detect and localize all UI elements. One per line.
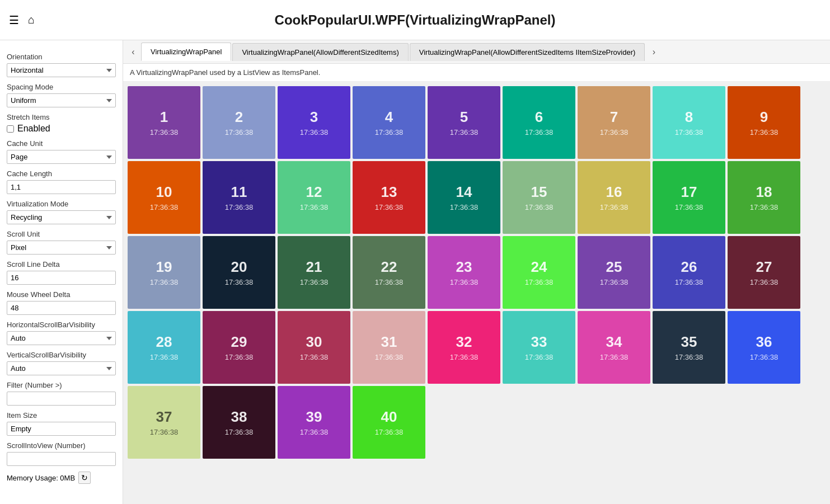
list-item[interactable]: 1517:36:38 <box>503 161 575 234</box>
tab-description: A VirtualizingWrapPanel used by a ListVi… <box>123 64 830 82</box>
list-item[interactable]: 917:36:38 <box>728 86 800 159</box>
list-item[interactable]: 2717:36:38 <box>728 236 800 309</box>
tab-next-arrow[interactable]: › <box>646 44 662 60</box>
list-item[interactable]: 717:36:38 <box>578 86 650 159</box>
item-time: 17:36:38 <box>750 203 779 211</box>
tab-prev-arrow[interactable]: ‹ <box>125 44 141 60</box>
list-item[interactable]: 3917:36:38 <box>278 386 350 459</box>
cache-unit-select[interactable]: Page Item <box>7 150 116 164</box>
app-title: CookPopularUI.WPF(VirtualizingWrapPanel) <box>275 12 556 28</box>
item-size-label: Item Size <box>7 411 116 420</box>
item-time: 17:36:38 <box>750 278 779 286</box>
list-item[interactable]: 1017:36:38 <box>128 161 200 234</box>
content-area: ‹ VirtualizingWrapPanel VirtualizingWrap… <box>123 40 830 504</box>
refresh-button[interactable]: ↻ <box>78 472 91 484</box>
list-item[interactable]: 2517:36:38 <box>578 236 650 309</box>
item-number: 23 <box>456 258 472 276</box>
scroll-unit-select[interactable]: Pixel Item <box>7 241 116 255</box>
list-item[interactable]: 817:36:38 <box>653 86 725 159</box>
list-item[interactable]: 3817:36:38 <box>203 386 275 459</box>
item-number: 38 <box>231 408 247 426</box>
list-item[interactable]: 217:36:38 <box>203 86 275 159</box>
item-number: 26 <box>681 258 697 276</box>
item-number: 1 <box>160 109 168 126</box>
stretch-row: Enabled <box>7 124 116 134</box>
orientation-select[interactable]: Horizontal Vertical <box>7 63 116 77</box>
list-item[interactable]: 617:36:38 <box>503 86 575 159</box>
list-item[interactable]: 1117:36:38 <box>203 161 275 234</box>
list-item[interactable]: 2417:36:38 <box>503 236 575 309</box>
list-item[interactable]: 1417:36:38 <box>428 161 500 234</box>
virtualization-mode-select[interactable]: Recycling Standard <box>7 210 116 224</box>
item-time: 17:36:38 <box>300 428 329 436</box>
h-scroll-select[interactable]: Auto Visible Hidden Disabled <box>7 331 116 345</box>
list-item[interactable]: 1317:36:38 <box>353 161 425 234</box>
scroll-into-view-input[interactable] <box>7 452 116 466</box>
list-item[interactable]: 2017:36:38 <box>203 236 275 309</box>
item-number: 19 <box>156 258 172 276</box>
list-item[interactable]: 1617:36:38 <box>578 161 650 234</box>
list-item[interactable]: 2817:36:38 <box>128 311 200 384</box>
item-time: 17:36:38 <box>375 203 404 211</box>
list-item[interactable]: 2317:36:38 <box>428 236 500 309</box>
spacing-mode-select[interactable]: Uniform BetweenItemsOnly StartAndEndOnly… <box>7 93 116 107</box>
filter-input[interactable] <box>7 392 116 406</box>
list-item[interactable]: 2217:36:38 <box>353 236 425 309</box>
item-number: 3 <box>310 109 318 126</box>
list-item[interactable]: 417:36:38 <box>353 86 425 159</box>
list-item[interactable]: 3717:36:38 <box>128 386 200 459</box>
list-item[interactable]: 3417:36:38 <box>578 311 650 384</box>
list-item[interactable]: 3017:36:38 <box>278 311 350 384</box>
item-number: 8 <box>685 109 693 126</box>
item-time: 17:36:38 <box>525 128 554 136</box>
hamburger-icon[interactable]: ☰ <box>9 13 19 27</box>
item-time: 17:36:38 <box>525 353 554 361</box>
grid-area[interactable]: 117:36:38217:36:38317:36:38417:36:38517:… <box>123 82 830 504</box>
memory-row: Memory Usage: 0MB ↻ <box>7 472 116 484</box>
tab-virtualizing-wrap-panel[interactable]: VirtualizingWrapPanel <box>141 43 231 61</box>
list-item[interactable]: 117:36:38 <box>128 86 200 159</box>
item-number: 36 <box>756 333 772 351</box>
h-scroll-label: HorizontalScrollBarVisibility <box>7 321 116 329</box>
cache-length-input[interactable] <box>7 180 116 194</box>
item-size-input[interactable] <box>7 422 116 436</box>
grid-container: 117:36:38217:36:38317:36:38417:36:38517:… <box>125 84 828 461</box>
list-item[interactable]: 2617:36:38 <box>653 236 725 309</box>
list-item[interactable]: 3217:36:38 <box>428 311 500 384</box>
item-number: 40 <box>381 408 397 426</box>
item-number: 20 <box>231 258 247 276</box>
list-item[interactable]: 3117:36:38 <box>353 311 425 384</box>
tab-allow-different-sized-provider[interactable]: VirtualizingWrapPanel(AllowDifferentSize… <box>410 43 645 61</box>
list-item[interactable]: 4017:36:38 <box>353 386 425 459</box>
list-item[interactable]: 1217:36:38 <box>278 161 350 234</box>
scroll-into-view-label: ScrollIntoView (Number) <box>7 441 116 450</box>
home-icon[interactable]: ⌂ <box>28 13 35 26</box>
item-time: 17:36:38 <box>600 278 629 286</box>
scroll-line-delta-label: Scroll Line Delta <box>7 260 116 269</box>
list-item[interactable]: 3517:36:38 <box>653 311 725 384</box>
scroll-line-delta-input[interactable] <box>7 271 116 285</box>
list-item[interactable]: 517:36:38 <box>428 86 500 159</box>
tab-allow-different-sized[interactable]: VirtualizingWrapPanel(AllowDifferentSize… <box>232 43 408 61</box>
item-number: 18 <box>756 183 772 201</box>
orientation-label: Orientation <box>7 53 116 61</box>
list-item[interactable]: 1917:36:38 <box>128 236 200 309</box>
item-number: 11 <box>231 183 247 201</box>
list-item[interactable]: 3617:36:38 <box>728 311 800 384</box>
item-number: 15 <box>531 183 547 201</box>
list-item[interactable]: 2117:36:38 <box>278 236 350 309</box>
item-time: 17:36:38 <box>750 128 779 136</box>
item-number: 2 <box>235 109 243 126</box>
item-time: 17:36:38 <box>450 278 479 286</box>
list-item[interactable]: 1717:36:38 <box>653 161 725 234</box>
item-time: 17:36:38 <box>300 353 329 361</box>
mouse-wheel-delta-input[interactable] <box>7 301 116 315</box>
list-item[interactable]: 317:36:38 <box>278 86 350 159</box>
item-time: 17:36:38 <box>225 128 254 136</box>
stretch-checkbox[interactable] <box>7 125 14 133</box>
list-item[interactable]: 2917:36:38 <box>203 311 275 384</box>
header-icons: ☰ ⌂ <box>9 13 35 27</box>
v-scroll-select[interactable]: Auto Visible Hidden Disabled <box>7 361 116 375</box>
list-item[interactable]: 3317:36:38 <box>503 311 575 384</box>
list-item[interactable]: 1817:36:38 <box>728 161 800 234</box>
